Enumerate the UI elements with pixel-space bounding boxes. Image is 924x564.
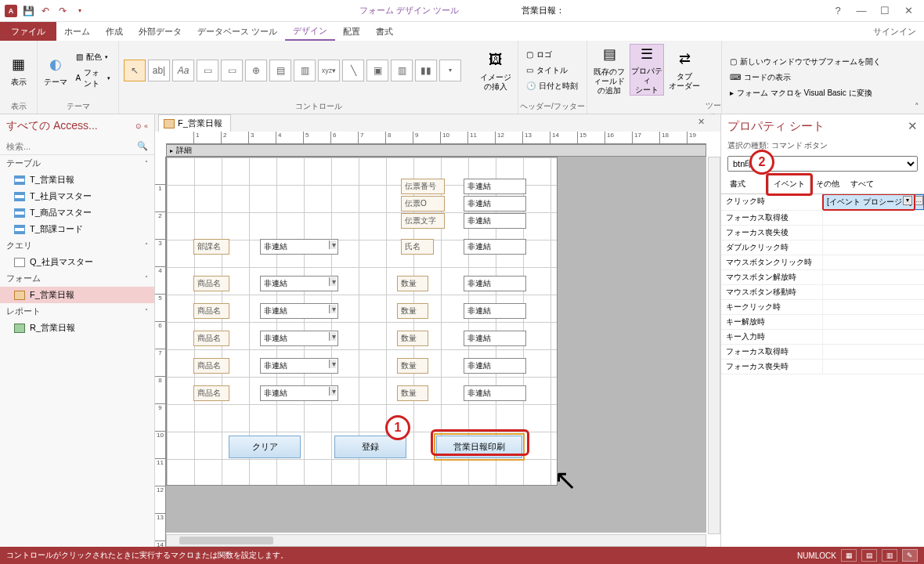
ps-tab-all[interactable]: すべて [845, 175, 879, 193]
property-value[interactable] [823, 345, 924, 359]
tab-home[interactable]: ホーム [56, 22, 98, 41]
property-value[interactable] [823, 270, 924, 284]
property-value[interactable] [823, 300, 924, 314]
property-value[interactable] [823, 240, 924, 255]
textbox-name[interactable]: 非連結 [464, 239, 526, 255]
nav-section-reports[interactable]: レポート˄ [0, 303, 154, 320]
label-product[interactable]: 商品名 [193, 331, 229, 346]
web-tool-icon[interactable]: ▤ [269, 60, 291, 81]
tab-order-button[interactable]: ⇄タブ オーダー [667, 44, 702, 96]
label-qty[interactable]: 数量 [397, 303, 428, 319]
textbox-qty[interactable]: 非連結 [464, 385, 526, 401]
nav-item-form[interactable]: F_営業日報 [0, 287, 154, 303]
combo-product[interactable]: 非連結 [260, 276, 338, 291]
textbox-qty[interactable]: 非連結 [464, 358, 526, 374]
button-tool-icon[interactable]: ▭ [197, 60, 218, 81]
property-value[interactable] [823, 360, 924, 374]
label-qty[interactable]: 数量 [397, 385, 428, 401]
textbox-slip-o[interactable]: 非連結 [464, 196, 526, 212]
combo-product[interactable]: 非連結 [260, 303, 338, 319]
view-button[interactable]: ▦表示 [5, 45, 32, 96]
property-row[interactable]: フォーカス喪失時 [721, 360, 924, 374]
file-tab[interactable]: ファイル [0, 22, 56, 41]
tab-design[interactable]: デザイン [285, 22, 335, 41]
label-name[interactable]: 氏名 [401, 239, 434, 255]
view-datasheet-icon[interactable]: ▤ [861, 549, 877, 562]
detail-section-bar[interactable]: 詳細 [166, 144, 706, 157]
nav-item-table[interactable]: T_営業日報 [0, 172, 154, 188]
clear-button-control[interactable]: クリア [229, 436, 301, 458]
insert-image-button[interactable]: 🖼イメージ の挿入 [478, 45, 513, 96]
textbox-tool-icon[interactable]: ab| [148, 60, 170, 81]
nav-item-report[interactable]: R_営業日報 [0, 320, 154, 336]
nav-section-queries[interactable]: クエリ˄ [0, 237, 154, 254]
chart-tool-icon[interactable]: ▮▮ [415, 60, 437, 81]
view-design-icon[interactable]: ✎ [902, 549, 918, 562]
datetime-button[interactable]: 🕒日付と時刻 [523, 79, 581, 93]
textbox-qty[interactable]: 非連結 [464, 276, 526, 291]
more-controls-icon[interactable]: ▾ [439, 60, 461, 81]
property-value[interactable] [823, 226, 924, 240]
search-input[interactable] [6, 142, 134, 151]
collapse-ribbon-icon[interactable]: ˄ [915, 102, 919, 112]
property-row[interactable]: マウスボタンクリック時 [721, 255, 924, 270]
nav-header[interactable]: すべての Access... ⊙ « [0, 114, 154, 138]
save-icon[interactable]: 💾 [20, 3, 36, 19]
ps-tab-other[interactable]: その他 [810, 175, 845, 193]
property-row[interactable]: マウスボタン解放時 [721, 270, 924, 285]
property-row[interactable]: キークリック時 [721, 300, 924, 315]
combo-product[interactable]: 非連結 [260, 331, 338, 346]
property-value[interactable] [823, 285, 924, 299]
existing-fields-button[interactable]: ▤既存のフィールド の追加 [592, 44, 626, 96]
property-value[interactable]: [イベント プロシージャ]▾… [823, 194, 924, 210]
colors-button[interactable]: ▧配色▾ [73, 50, 114, 64]
tab-dbtools[interactable]: データベース ツール [189, 22, 285, 41]
nav-tool-icon[interactable]: ▥ [294, 60, 316, 81]
label-slip-o[interactable]: 伝票O [401, 196, 445, 212]
combo-product[interactable]: 非連結 [260, 385, 338, 401]
undo-icon[interactable]: ↶ [38, 3, 53, 19]
textbox-slip-text[interactable]: 非連結 [464, 213, 526, 229]
theme-button[interactable]: ◐テーマ [42, 45, 70, 96]
label-qty[interactable]: 数量 [397, 331, 428, 346]
nav-item-table[interactable]: T_社員マスター [0, 188, 154, 204]
label-product[interactable]: 商品名 [193, 276, 229, 291]
view-layout-icon[interactable]: ▥ [882, 549, 897, 562]
ps-tab-event[interactable]: イベント [768, 175, 810, 194]
label-slip-text[interactable]: 伝票文字 [401, 213, 445, 229]
search-icon[interactable]: 🔍 [137, 141, 148, 151]
property-row[interactable]: フォーカス取得時 [721, 345, 924, 360]
label-product[interactable]: 商品名 [193, 385, 229, 401]
ps-tab-format[interactable]: 書式 [724, 175, 751, 193]
nav-item-table[interactable]: T_部課コード [0, 221, 154, 237]
object-tab[interactable]: F_営業日報 [158, 114, 231, 132]
property-row[interactable]: クリック時[イベント プロシージャ]▾… [721, 194, 924, 211]
logo-button[interactable]: ▢ロゴ [523, 48, 581, 62]
fonts-button[interactable]: Aフォント▾ [73, 66, 114, 91]
property-row[interactable]: キー入力時 [721, 330, 924, 345]
title-button[interactable]: ▭タイトル [523, 63, 581, 78]
label-slip-no[interactable]: 伝票番号 [401, 179, 445, 194]
minimize-button[interactable]: — [854, 3, 869, 19]
close-button[interactable]: ✕ [901, 3, 916, 19]
select-tool-icon[interactable]: ↖ [124, 60, 146, 81]
subform-button[interactable]: ▢新しいウィンドウでサブフォームを開く [727, 55, 884, 69]
toggle-tool-icon[interactable]: ▣ [366, 60, 388, 81]
label-tool-icon[interactable]: Aa [172, 60, 194, 81]
nav-item-query[interactable]: Q_社員マスター [0, 254, 154, 270]
textbox-qty[interactable]: 非連結 [464, 303, 526, 319]
combo-product[interactable]: 非連結 [260, 358, 338, 374]
property-value[interactable] [823, 330, 924, 344]
property-value[interactable] [823, 255, 924, 269]
vertical-scrollbar[interactable] [708, 157, 720, 534]
viewcode-button[interactable]: ⌨コードの表示 [727, 70, 884, 85]
link-tool-icon[interactable]: ⊕ [245, 60, 267, 81]
label-dept[interactable]: 部課名 [193, 239, 229, 255]
property-sheet-button[interactable]: ☰プロパティ シート [630, 44, 664, 96]
property-value[interactable] [823, 211, 924, 225]
property-value[interactable] [823, 315, 924, 329]
signin-link[interactable]: サインイン [865, 22, 924, 41]
qat-dropdown-icon[interactable]: ▾ [72, 3, 88, 19]
nav-item-table[interactable]: T_商品マスター [0, 204, 154, 221]
textbox-slip-no[interactable]: 非連結 [464, 179, 526, 194]
